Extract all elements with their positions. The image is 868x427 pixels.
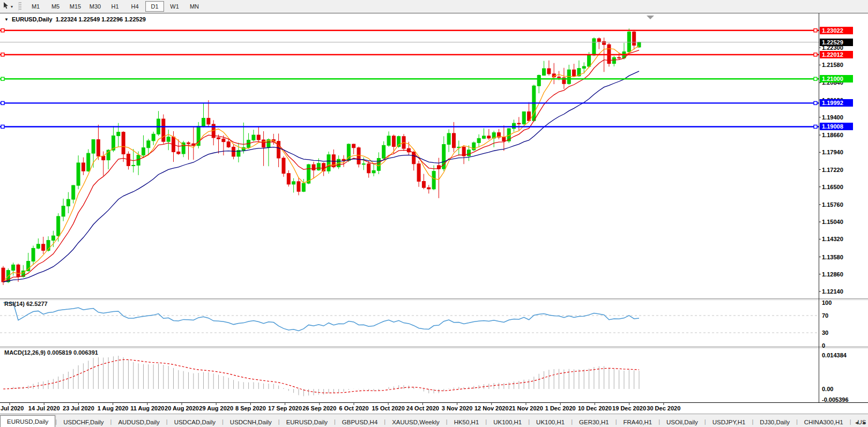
line-handle[interactable] [814, 29, 817, 32]
chart-ohlc-values: 1.22324 1.22549 1.22296 1.22529 [56, 16, 146, 23]
chart-tab-usdchf-daily[interactable]: USDCHF,Daily [57, 417, 110, 427]
price-axis-label: 1.17220 [822, 167, 843, 173]
chart-tab-usoil-daily[interactable]: USOil,Daily [660, 417, 704, 427]
timeframe-button-m30[interactable]: M30 [86, 1, 105, 12]
chart-tab-audusd-daily[interactable]: AUDUSD,Daily [112, 417, 166, 427]
line-handle[interactable] [814, 77, 817, 80]
candle-body [292, 182, 295, 184]
candle-body [362, 164, 365, 164]
line-handle[interactable] [814, 125, 817, 128]
line-handle[interactable] [814, 53, 817, 56]
timeframe-button-m1[interactable]: M1 [26, 1, 45, 12]
candle-body [483, 136, 486, 138]
candle-body [327, 155, 330, 171]
candle-body [317, 163, 320, 170]
line-handle[interactable] [1, 101, 4, 104]
chart-tab-usdjpy-h1[interactable]: USDJPY,H1 [706, 417, 752, 427]
line-handle[interactable] [1, 125, 4, 128]
price-axis-label: 1.18660 [822, 132, 843, 138]
rsi-axis-label: 0 [822, 342, 825, 349]
candle-body [302, 183, 305, 191]
date-axis-label: 26 Sep 2020 [302, 405, 336, 411]
date-axis-label: 1 Aug 2020 [98, 405, 129, 411]
tab-scroll-right-icon[interactable]: ► [862, 420, 867, 425]
timeframe-button-m15[interactable]: M15 [66, 1, 85, 12]
level-price-tag[interactable]: 1.19992 [820, 99, 853, 107]
candle-body [287, 174, 290, 184]
date-axis-label: 23 Jul 2020 [63, 405, 94, 411]
chart-shift-marker-icon[interactable] [647, 16, 654, 19]
level-price-tag[interactable]: 1.21000 [820, 75, 853, 83]
macd-indicator-label: MACD(12,26,9) 0.005819 0.006391 [4, 349, 98, 356]
chart-area[interactable]: ▼ EURUSD,Daily 1.22324 1.22549 1.22296 1… [0, 13, 868, 403]
chart-tab-hk50-h1[interactable]: HK50,H1 [448, 417, 486, 427]
chart-tab-gbpusd-h4[interactable]: GBPUSD,H4 [336, 417, 384, 427]
date-axis-label: 4 Jul 2020 [0, 405, 24, 411]
chart-tab-fra40-h1[interactable]: FRA40,H1 [617, 417, 658, 427]
candle-body [537, 76, 540, 86]
level-price-tag[interactable]: 1.23022 [820, 27, 853, 34]
cursor-tool-icon[interactable] [2, 2, 10, 11]
chart-tab-eurusd-daily[interactable]: EURUSD,Daily [280, 417, 334, 427]
line-handle[interactable] [1, 53, 4, 56]
candle-body [257, 135, 260, 140]
candle-body [377, 158, 380, 170]
candle-body [467, 150, 470, 156]
candle-body [117, 132, 120, 136]
toolbar-grip[interactable] [18, 2, 21, 11]
tool-dropdown-caret-icon[interactable]: ▾ [11, 4, 13, 9]
candle-body [62, 206, 65, 216]
line-handle[interactable] [814, 101, 817, 104]
date-axis-label: 21 Nov 2020 [509, 405, 543, 411]
timeframe-button-mn[interactable]: MN [185, 1, 204, 12]
level-price-tag[interactable]: 1.19008 [820, 123, 853, 130]
chart-tab-uk100-h1[interactable]: UK100,H1 [530, 417, 571, 427]
timeframe-button-h1[interactable]: H1 [106, 1, 124, 12]
timeframe-toolbar: ▾ M1M5M15M30H1H4D1W1MN [0, 0, 868, 13]
chart-tab-usdcad-daily[interactable]: USDCAD,Daily [168, 417, 222, 427]
date-axis-label: 1 Dec 2020 [545, 405, 576, 411]
date-axis-label: 19 Dec 2020 [612, 405, 646, 411]
line-handle[interactable] [1, 29, 4, 32]
candle-body [252, 135, 255, 140]
candle-body [66, 199, 70, 206]
date-axis-label: 20 Aug 2020 [165, 405, 199, 411]
candle-body [97, 140, 100, 156]
rsi-line [3, 303, 639, 331]
timeframe-button-d1[interactable]: D1 [145, 1, 164, 12]
date-axis-label: 11 Aug 2020 [130, 405, 164, 411]
date-axis-label: 14 Jul 2020 [28, 405, 60, 411]
candle-body [227, 142, 230, 147]
chart-tab-xauusd-weekly[interactable]: XAUUSD,Weekly [385, 417, 446, 427]
timeframe-button-h4[interactable]: H4 [125, 1, 144, 12]
candle-body [573, 70, 576, 76]
candle-body [487, 136, 491, 138]
candle-body [422, 181, 425, 188]
chart-tab-usdcnh-daily[interactable]: USDCNH,Daily [224, 417, 278, 427]
candle-body [582, 66, 585, 69]
candle-body [57, 216, 60, 236]
chart-tab-uk100-h1[interactable]: UK100,H1 [487, 417, 528, 427]
chart-tab-ger30-h1[interactable]: GER30,H1 [573, 417, 615, 427]
level-price-tag[interactable]: 1.22012 [820, 51, 853, 58]
candle-body [352, 144, 355, 148]
price-axis-label: 1.13580 [822, 254, 843, 260]
price-axis-label: 1.21580 [822, 62, 843, 68]
tab-scroll-left-icon[interactable]: ◄ [854, 420, 859, 425]
timeframe-button-w1[interactable]: W1 [165, 1, 184, 12]
date-axis-label: 3 Nov 2020 [442, 405, 472, 411]
price-chart-canvas[interactable] [0, 13, 868, 414]
chart-tab-dj30-daily[interactable]: DJ30,Daily [753, 417, 796, 427]
line-handle[interactable] [1, 77, 4, 80]
rsi-indicator-label: RSI(14) 62.5277 [4, 301, 48, 307]
collapse-icon[interactable]: ▼ [4, 17, 9, 22]
candle-body [122, 132, 125, 154]
chart-tab-china300-h1[interactable]: CHINA300,H1 [798, 417, 850, 427]
candle-body [612, 57, 615, 63]
candle-body [12, 265, 15, 270]
timeframe-button-m5[interactable]: M5 [46, 1, 65, 12]
price-axis-label: 1.14320 [822, 236, 843, 242]
date-axis-label: 8 Sep 2020 [235, 405, 266, 411]
chart-tab-eurusd-daily[interactable]: EURUSD,Daily [0, 415, 55, 427]
candle-body [282, 158, 285, 174]
